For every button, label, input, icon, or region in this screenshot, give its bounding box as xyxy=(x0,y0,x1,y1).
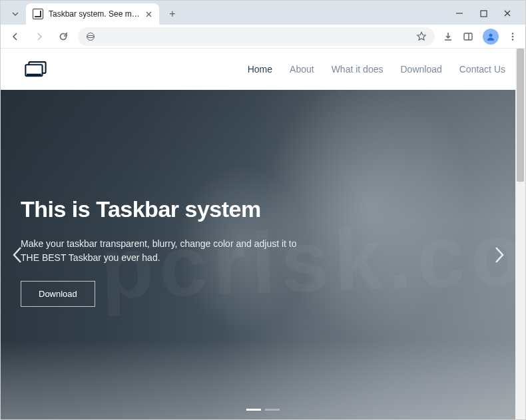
page-viewport: Home About What it does Download Contact… xyxy=(1,49,525,419)
hero-section: pcrisk.com This is Taskbar system Make y… xyxy=(1,90,525,419)
svg-rect-3 xyxy=(464,33,472,40)
svg-rect-0 xyxy=(481,11,487,17)
back-button[interactable] xyxy=(6,27,25,46)
svg-point-6 xyxy=(512,35,514,37)
scrollbar-thumb[interactable] xyxy=(517,49,524,182)
nav-about[interactable]: About xyxy=(290,64,314,75)
site-info-icon xyxy=(86,32,95,41)
bookmark-star-icon[interactable] xyxy=(416,31,427,42)
nav-download[interactable]: Download xyxy=(400,64,441,75)
svg-rect-2 xyxy=(88,35,94,37)
tab-title: Taskbar system. See more - do xyxy=(49,9,143,19)
window-close-button[interactable] xyxy=(501,7,513,19)
hero-title: This is Taskbar system xyxy=(21,196,327,222)
carousel-indicators xyxy=(246,409,280,411)
hero-subtitle: Make your taskbar transparent, blurry, c… xyxy=(21,237,300,265)
carousel-prev-button[interactable] xyxy=(6,240,29,270)
svg-point-5 xyxy=(512,33,514,35)
browser-toolbar xyxy=(1,25,525,49)
carousel-next-button[interactable] xyxy=(488,240,511,270)
browser-titlebar: Taskbar system. See more - do + xyxy=(1,1,525,25)
nav-contact[interactable]: Contact Us xyxy=(459,64,505,75)
side-panel-icon[interactable] xyxy=(463,31,473,42)
new-tab-button[interactable]: + xyxy=(163,5,182,23)
tab-favicon xyxy=(33,9,43,19)
chrome-menu-icon[interactable] xyxy=(508,32,517,41)
svg-rect-10 xyxy=(27,74,41,76)
browser-tab[interactable]: Taskbar system. See more - do xyxy=(26,3,159,25)
page-scrollbar[interactable] xyxy=(515,49,525,419)
site-header: Home About What it does Download Contact… xyxy=(1,49,525,90)
forward-button[interactable] xyxy=(30,27,49,46)
site-nav: Home About What it does Download Contact… xyxy=(248,64,505,75)
svg-point-4 xyxy=(489,33,493,37)
nav-home[interactable]: Home xyxy=(248,64,272,75)
reload-button[interactable] xyxy=(54,27,73,46)
window-minimize-button[interactable] xyxy=(453,7,465,19)
carousel-dot-2[interactable] xyxy=(265,409,280,411)
carousel-dot-1[interactable] xyxy=(246,409,261,411)
downloads-icon[interactable] xyxy=(443,31,453,42)
profile-avatar[interactable] xyxy=(483,29,499,45)
site-logo[interactable] xyxy=(23,59,51,79)
address-bar[interactable] xyxy=(78,27,435,46)
tab-search-button[interactable] xyxy=(9,7,22,21)
tab-close-button[interactable] xyxy=(143,9,154,19)
svg-point-7 xyxy=(512,39,514,41)
window-maximize-button[interactable] xyxy=(477,7,489,19)
hero-download-button[interactable]: Download xyxy=(21,281,95,307)
nav-what-it-does[interactable]: What it does xyxy=(332,64,384,75)
hero-content: This is Taskbar system Make your taskbar… xyxy=(21,196,327,307)
